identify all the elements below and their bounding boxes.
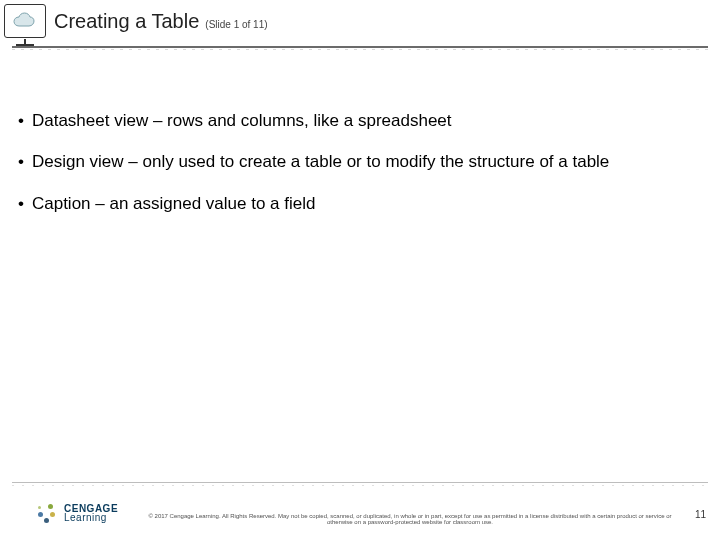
slide-footer: CENGAGE Learning © 2017 Cengage Learning… bbox=[0, 482, 720, 540]
footer-rule-decoration bbox=[12, 485, 708, 486]
logo-text: CENGAGE Learning bbox=[64, 504, 118, 522]
title-wrap: Creating a Table (Slide 1 of 11) bbox=[54, 10, 268, 33]
slide-title: Creating a Table bbox=[54, 10, 199, 33]
cengage-logo: CENGAGE Learning bbox=[36, 502, 118, 524]
bullet-text: Design view – only used to create a tabl… bbox=[32, 151, 609, 172]
copyright-text: © 2017 Cengage Learning. All Rights Rese… bbox=[140, 513, 680, 526]
bullet-text: Datasheet view – rows and columns, like … bbox=[32, 110, 452, 131]
cloud-monitor-icon bbox=[4, 4, 46, 38]
header-rule-decoration bbox=[12, 49, 708, 50]
bullet-item: Datasheet view – rows and columns, like … bbox=[18, 110, 702, 131]
slide-header: Creating a Table (Slide 1 of 11) bbox=[4, 4, 708, 38]
page-number: 11 bbox=[695, 509, 706, 520]
slide: Creating a Table (Slide 1 of 11) Datashe… bbox=[0, 0, 720, 540]
footer-rule bbox=[12, 482, 708, 483]
bullet-item: Caption – an assigned value to a field bbox=[18, 193, 702, 214]
header-rule bbox=[12, 46, 708, 48]
bullet-item: Design view – only used to create a tabl… bbox=[18, 151, 702, 172]
slide-subtitle: (Slide 1 of 11) bbox=[205, 19, 267, 30]
logo-mark-icon bbox=[36, 502, 58, 524]
slide-content: Datasheet view – rows and columns, like … bbox=[18, 110, 702, 234]
logo-text-bottom: Learning bbox=[64, 513, 118, 522]
cloud-icon bbox=[11, 12, 39, 30]
bullet-text: Caption – an assigned value to a field bbox=[32, 193, 316, 214]
